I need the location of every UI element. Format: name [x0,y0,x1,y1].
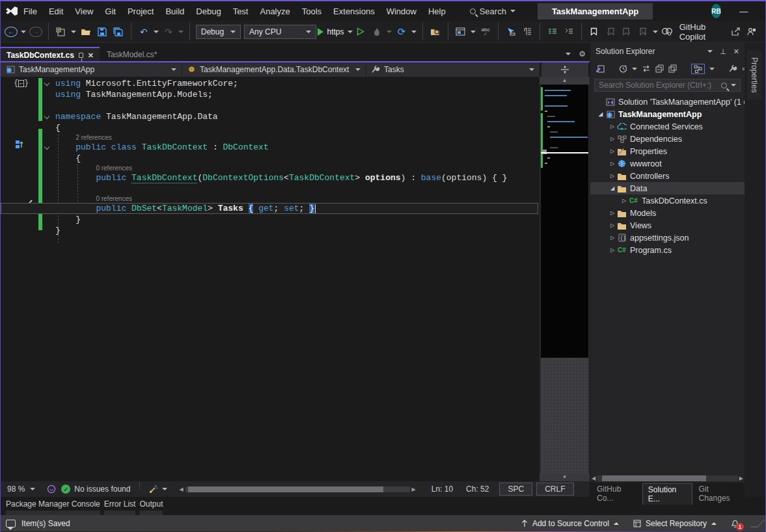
menu-item-tools[interactable]: Tools [296,4,327,19]
restart-icon[interactable]: ⟳ [395,24,408,40]
new-project-dropdown-icon[interactable] [71,31,76,33]
share-icon[interactable] [732,27,741,36]
scroll-up-arrow[interactable]: ▲ [540,77,590,85]
expander-collapsed-icon[interactable]: ▷ [609,235,616,241]
solution-explorer-hscrollbar[interactable]: ◀▶ [590,473,745,483]
codelens-references[interactable]: 0 references [1,194,540,203]
show-all-files-icon[interactable] [691,64,705,74]
code-line[interactable] [1,100,540,111]
menu-item-edit[interactable]: Edit [43,4,69,19]
expander-collapsed-icon[interactable]: ▷ [620,198,628,204]
select-repository-button[interactable]: Select Repository [633,519,717,528]
undo-dropdown-icon[interactable] [154,31,159,33]
tree-item-wwwroot[interactable]: ▷wwwroot [590,157,745,170]
eol-indicator[interactable]: CRLF [536,483,573,496]
format-document-icon[interactable] [521,24,534,40]
solution-platform-combo[interactable]: Any CPU [244,25,316,39]
expander-collapsed-icon[interactable]: ▷ [609,247,616,253]
solution-search-dropdown-icon[interactable] [731,84,736,86]
expander-expanded-icon[interactable]: ◢ [597,111,605,117]
expander-collapsed-icon[interactable]: ▷ [609,124,616,129]
hot-reload-icon[interactable] [370,24,383,40]
hot-reload-dropdown-icon[interactable] [387,31,392,33]
tree-item-views[interactable]: ▷Views [590,219,745,232]
menu-item-test[interactable]: Test [227,4,254,19]
tool-tab-github-co[interactable]: GitHub Co... [592,483,641,504]
solution-home-dropdown-icon[interactable] [471,31,476,33]
codelens-references[interactable]: 0 references [1,164,540,172]
code-editor[interactable]: {⌐} using Microsoft.EntityFrameworkCore;… [1,77,540,481]
menu-item-extensions[interactable]: Extensions [327,4,381,19]
solution-search-icon[interactable] [721,83,727,88]
tree-item-taskmanagementapp[interactable]: ◢TaskManagementApp [590,108,745,120]
code-line[interactable]: { [1,122,540,133]
prev-bookmark-icon[interactable] [604,24,617,40]
spell-check-icon[interactable]: abc✓ [479,24,492,40]
save-icon[interactable] [96,24,109,40]
add-to-source-control-button[interactable]: Add to Source Control [521,519,619,528]
tree-item-solution-taskmanagementapp-1-of[interactable]: Solution 'TaskManagementApp' (1 of [590,96,745,108]
redo-icon[interactable]: ↷ [162,24,175,40]
tree-item-data[interactable]: ◢Data [590,182,745,194]
split-editor-handle[interactable] [541,62,588,77]
close-tab-icon[interactable]: ✕ [88,51,94,60]
open-folder-icon[interactable] [79,24,92,40]
new-project-icon[interactable] [55,24,68,40]
tree-item-controllers[interactable]: ▷Controllers [590,170,745,182]
collapse-all-icon[interactable] [655,64,664,73]
solution-configuration-combo[interactable]: Debug [196,25,241,39]
fold-chevron-icon[interactable] [44,81,49,86]
code-line[interactable]: } [1,214,540,225]
tree-item-taskdbcontext-cs[interactable]: ▷C#TaskDbContext.cs [590,194,745,207]
bookmark-icon[interactable] [588,24,601,40]
github-copilot-label[interactable]: GitHub Copilot [679,22,725,42]
menu-item-analyze[interactable]: Analyze [254,4,295,19]
code-line[interactable]: using Microsoft.EntityFrameworkCore; [1,78,540,89]
resize-grip[interactable] [750,520,765,527]
project-dropdown[interactable]: TaskManagementApp [1,62,182,77]
uncomment-lines-icon[interactable] [562,24,575,40]
type-dropdown[interactable]: TaskManagementApp.Data.TaskDbContext [182,62,366,77]
clear-bookmarks-icon[interactable] [636,24,650,40]
window-position-dropdown-icon[interactable] [707,50,713,53]
expander-collapsed-icon[interactable]: ▷ [609,161,616,166]
pin-tab-icon[interactable] [79,53,83,58]
menu-item-help[interactable]: Help [422,4,452,19]
code-line[interactable] [1,183,540,194]
start-debugging-button[interactable]: https [320,24,351,40]
navigate-back-button[interactable]: ← [5,27,18,37]
tree-item-dependencies[interactable]: ▷Dependencies [590,133,745,145]
next-bookmark-icon[interactable] [620,24,633,40]
menu-item-view[interactable]: View [69,4,99,19]
code-line[interactable]: public class TaskDbContext : DbContext [1,142,540,153]
feedback-bubble-icon[interactable] [6,520,16,527]
minimap[interactable] [541,85,588,358]
menu-item-file[interactable]: File [18,4,43,19]
undo-icon[interactable]: ↶ [137,24,150,40]
show-all-files-dropdown-icon[interactable] [709,68,715,70]
minimap-scrollbar[interactable]: ▲ ▼ [540,77,590,481]
toolbar-overflow-icon[interactable] [653,31,658,33]
menu-item-debug[interactable]: Debug [190,4,226,19]
scroll-down-arrow[interactable]: ▼ [540,473,590,481]
preview-selected-items-icon[interactable] [668,64,677,73]
filter-dropdown-icon[interactable] [632,68,637,70]
solution-search-box[interactable] [594,79,741,92]
maximize-button[interactable]: ☐ [759,2,766,20]
tree-item-models[interactable]: ▷Models [590,207,745,219]
code-cleanup-icon[interactable] [149,485,167,494]
sync-with-active-document-icon[interactable] [642,65,651,72]
start-without-debugging-icon[interactable] [354,24,367,40]
navigate-forward-button[interactable]: → [29,27,42,37]
menu-item-build[interactable]: Build [159,4,190,19]
tree-item-properties[interactable]: ▷Properties [590,145,745,157]
expander-collapsed-icon[interactable]: ▷ [609,210,616,216]
code-line-current[interactable]: public DbSet<TaskModel> Tasks { get; set… [1,203,538,214]
expander-expanded-icon[interactable]: ◢ [609,185,616,191]
fold-chevron-icon[interactable] [44,114,49,119]
comment-lines-icon[interactable] [546,24,559,40]
restart-dropdown-icon[interactable] [411,31,417,33]
save-all-icon[interactable] [112,24,125,40]
tree-item-appsettings-json[interactable]: ▷{}appsettings.json [590,232,745,244]
menu-item-window[interactable]: Window [381,4,422,19]
